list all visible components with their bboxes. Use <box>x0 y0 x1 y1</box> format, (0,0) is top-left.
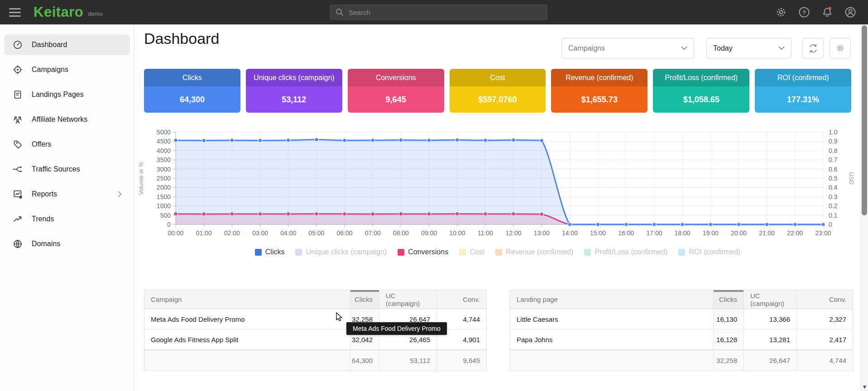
campaign-filter-select[interactable]: Campaigns <box>561 38 694 58</box>
brand[interactable]: Keitaro demo <box>34 4 103 20</box>
legend-item-revenue-confirmed-[interactable]: Revenue (confirmed) <box>495 248 573 256</box>
legend-item-roi-confirmed-[interactable]: ROI (confirmed) <box>678 248 740 256</box>
column-header-uc-campaign-[interactable]: UC (campaign) <box>743 290 796 309</box>
cell[interactable]: Google Ads Fitness App Split <box>144 329 350 349</box>
svg-text:21:00: 21:00 <box>759 229 775 237</box>
svg-text:4000: 4000 <box>157 147 171 154</box>
sidebar-item-domains[interactable]: Domains <box>4 234 130 254</box>
table-row[interactable]: Papa Johns16,12813,2812,417 <box>510 329 853 350</box>
global-search[interactable] <box>330 5 547 20</box>
svg-text:0: 0 <box>167 221 171 228</box>
chevron-right-icon <box>118 191 122 197</box>
search-icon <box>335 8 344 17</box>
stat-card-value: 64,300 <box>144 86 240 113</box>
svg-text:0.5: 0.5 <box>829 175 838 182</box>
cell <box>144 350 350 371</box>
gear-icon[interactable] <box>775 6 787 18</box>
user-avatar-icon[interactable] <box>844 6 856 18</box>
search-input[interactable] <box>349 9 547 16</box>
cell: 16,130 <box>713 309 743 329</box>
legend-swatch <box>584 249 591 256</box>
sidebar-item-label: Offers <box>32 140 51 148</box>
legend-item-profit-loss-confirmed-[interactable]: Profit/Loss (confirmed) <box>584 248 667 256</box>
legend-label: Profit/Loss (confirmed) <box>595 248 667 256</box>
legend-item-conversions[interactable]: Conversions <box>398 248 448 256</box>
column-header-uc-campaign-[interactable]: UC (campaign) <box>379 290 436 309</box>
scrollbar-down-arrow[interactable]: ▼ <box>861 384 868 390</box>
svg-text:07:00: 07:00 <box>365 229 381 237</box>
stat-card-cost: Cost$597.0760 <box>450 69 546 113</box>
cell: 13,281 <box>743 329 796 349</box>
chart-legend: ClicksUnique clicks (campaign)Conversion… <box>144 248 851 256</box>
stat-card-conversions: Conversions9,645 <box>348 69 444 113</box>
stat-cards: Clicks64,300Unique clicks (campaign)53,1… <box>144 69 851 113</box>
svg-text:12:00: 12:00 <box>506 229 522 237</box>
date-range-select[interactable]: Today <box>706 38 791 58</box>
svg-text:18:00: 18:00 <box>675 229 691 237</box>
column-header-conv-[interactable]: Conv. <box>796 290 853 309</box>
column-header-landing-page[interactable]: Landing page <box>510 290 713 309</box>
sidebar-item-offers[interactable]: $Offers <box>4 134 130 155</box>
column-header-campaign[interactable]: Campaign <box>144 290 350 309</box>
legend-swatch <box>255 249 262 256</box>
offers-icon: $ <box>13 139 23 149</box>
menu-toggle-icon[interactable] <box>9 6 23 19</box>
legend-swatch <box>459 249 466 256</box>
svg-text:03:00: 03:00 <box>252 229 268 237</box>
cell[interactable]: Little Caesars <box>510 309 713 329</box>
row-tooltip: Meta Ads Food Delivery Promo <box>346 322 447 335</box>
svg-text:11:00: 11:00 <box>478 229 493 237</box>
legend-item-cost[interactable]: Cost <box>459 248 484 256</box>
sidebar-item-label: Traffic Sources <box>32 165 80 173</box>
sidebar-item-reports[interactable]: Reports <box>4 184 130 205</box>
svg-text:19:00: 19:00 <box>703 229 719 237</box>
table-row[interactable]: Little Caesars16,13013,3662,327 <box>510 309 853 329</box>
topbar: Keitaro demo ? <box>0 0 868 24</box>
sidebar-item-landings-pages[interactable]: Landings Pages <box>4 84 130 105</box>
cell[interactable]: Meta Ads Food Delivery Promo <box>144 309 350 329</box>
legend-item-unique-clicks-campaign-[interactable]: Unique clicks (campaign) <box>295 248 387 256</box>
cell: 32,258 <box>713 350 743 371</box>
svg-text:0.8: 0.8 <box>829 147 838 154</box>
column-header-clicks[interactable]: Clicks <box>350 290 379 309</box>
sidebar-item-label: Dashboard <box>32 41 67 49</box>
stat-card-roi-confirmed-: ROI (confirmed)177.31% <box>755 69 851 113</box>
svg-text:15:00: 15:00 <box>590 229 606 237</box>
landings-icon <box>13 90 23 100</box>
cell[interactable]: Papa Johns <box>510 329 713 349</box>
legend-swatch <box>678 249 685 256</box>
refresh-button[interactable] <box>802 38 824 58</box>
legend-label: Revenue (confirmed) <box>506 248 573 256</box>
scrollbar-thumb[interactable] <box>862 25 867 215</box>
sidebar-item-traffic-sources[interactable]: Traffic Sources <box>4 159 130 180</box>
sidebar-item-trends[interactable]: Trends <box>4 209 130 229</box>
stat-card-profit-loss-confirmed-: Profit/Loss (confirmed)$1,058.65 <box>653 69 749 113</box>
chevron-down-icon <box>778 46 785 50</box>
svg-text:00:00: 00:00 <box>168 229 183 237</box>
help-icon[interactable]: ? <box>798 6 810 18</box>
svg-text:3000: 3000 <box>157 166 171 173</box>
date-range-value: Today <box>713 44 733 52</box>
stat-card-unique-clicks-campaign-: Unique clicks (campaign)53,112 <box>246 69 342 113</box>
svg-text:2500: 2500 <box>157 175 171 182</box>
legend-item-clicks[interactable]: Clicks <box>255 248 285 256</box>
traffic-chart[interactable]: 0500100015002000250030003500400045005000… <box>136 128 856 246</box>
notifications-bell-icon[interactable] <box>821 6 833 18</box>
domains-icon <box>13 239 23 249</box>
traffic-sources-icon <box>13 164 23 174</box>
svg-text:08:00: 08:00 <box>393 229 409 237</box>
svg-text:0.4: 0.4 <box>829 184 838 191</box>
svg-text:04:00: 04:00 <box>280 229 296 237</box>
sidebar-item-campaigns[interactable]: Campaigns <box>4 59 130 80</box>
svg-text:23:00: 23:00 <box>815 229 831 237</box>
sidebar-item-affiliate-networks[interactable]: Affiliate Networks <box>4 109 130 130</box>
column-header-clicks[interactable]: Clicks <box>713 290 743 309</box>
svg-text:16:00: 16:00 <box>618 229 634 237</box>
svg-text:5000: 5000 <box>157 129 171 136</box>
dashboard-settings-button[interactable] <box>830 38 851 58</box>
cell <box>510 350 713 371</box>
stat-card-clicks: Clicks64,300 <box>144 69 240 113</box>
cell: 4,744 <box>796 350 853 371</box>
column-header-conv-[interactable]: Conv. <box>436 290 486 309</box>
sidebar-item-dashboard[interactable]: Dashboard <box>4 34 130 55</box>
